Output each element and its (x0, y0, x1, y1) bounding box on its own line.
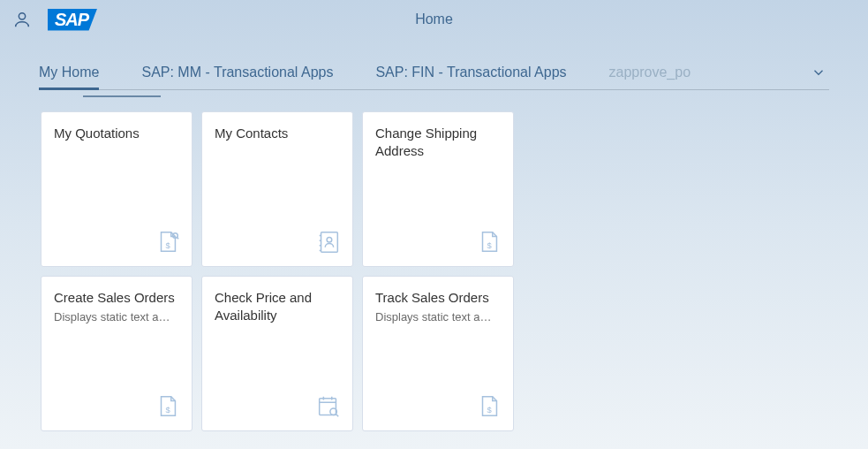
tabbar: My Home SAP: MM - Transactional Apps SAP… (39, 58, 829, 90)
tile-title: Track Sales Orders (375, 289, 501, 307)
tile-title: Check Price and Availability (215, 289, 340, 325)
svg-text:$: $ (487, 406, 492, 415)
tile-check-price-availability[interactable]: Check Price and Availability (201, 276, 353, 431)
tile-title: My Quotations (54, 125, 179, 142)
shell-header: SAP Home (0, 0, 868, 39)
svg-text:$: $ (165, 406, 170, 415)
tile-my-quotations[interactable]: My Quotations $ (41, 111, 192, 267)
tile-title: Create Sales Orders (54, 289, 179, 307)
tile-track-sales-orders[interactable]: Track Sales Orders Displays static text … (362, 276, 514, 431)
money-doc-icon: $ (476, 393, 502, 420)
calendar-search-icon (315, 393, 342, 420)
money-doc-search-icon: $ (155, 229, 181, 255)
tile-create-sales-orders[interactable]: Create Sales Orders Displays static text… (41, 276, 192, 431)
tab-fin-apps[interactable]: SAP: FIN - Transactional Apps (375, 65, 566, 89)
tabbar-wrap: My Home SAP: MM - Transactional Apps SAP… (0, 58, 868, 97)
contact-book-icon (315, 229, 342, 255)
tile-title: Change Shipping Address (375, 125, 501, 161)
svg-rect-7 (320, 399, 336, 415)
user-icon[interactable] (12, 10, 32, 29)
tile-subtitle: Displays static text a… (54, 310, 179, 323)
svg-point-4 (327, 237, 332, 242)
svg-text:$: $ (165, 241, 170, 250)
tile-change-shipping-address[interactable]: Change Shipping Address $ (362, 111, 514, 267)
svg-text:$: $ (487, 241, 492, 250)
svg-point-0 (19, 13, 25, 19)
tile-my-contacts[interactable]: My Contacts (201, 111, 353, 267)
page-title: Home (415, 11, 453, 27)
tab-mm-apps[interactable]: SAP: MM - Transactional Apps (141, 65, 333, 89)
tab-my-home[interactable]: My Home (39, 65, 99, 89)
money-doc-icon: $ (476, 229, 502, 255)
tab-zapprove[interactable]: zapprove_po (609, 65, 691, 89)
sap-logo: SAP (48, 9, 97, 31)
tab-overflow-button[interactable] (808, 62, 829, 83)
tile-container: My Quotations $ My Contacts Change Shipp… (0, 97, 671, 431)
tile-subtitle: Displays static text a… (375, 310, 501, 323)
money-doc-icon: $ (155, 393, 181, 420)
tile-title: My Contacts (215, 125, 340, 142)
chevron-down-icon (811, 65, 826, 80)
group-header-underline (83, 95, 161, 97)
